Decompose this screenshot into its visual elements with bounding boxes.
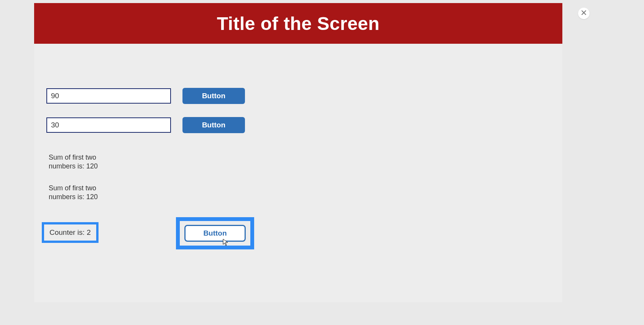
close-icon [581, 10, 586, 17]
number-input-1[interactable] [46, 88, 171, 104]
counter-button[interactable]: Button [184, 225, 246, 242]
framed-button-container: Button [176, 217, 254, 249]
sum-label-2: Sum of first two numbers is: 120 [49, 184, 106, 201]
title-bar: Title of the Screen [34, 3, 562, 44]
app-window: Title of the Screen Button Button Sum of… [34, 3, 562, 302]
counter-display: Counter is: 2 [42, 222, 99, 243]
action-button-2[interactable]: Button [182, 117, 245, 133]
number-input-2[interactable] [46, 117, 171, 133]
counter-text: Counter is: 2 [49, 228, 91, 236]
close-button[interactable] [578, 8, 590, 19]
page-title: Title of the Screen [217, 13, 380, 34]
sum-label-1: Sum of first two numbers is: 120 [49, 153, 106, 170]
action-button-1[interactable]: Button [182, 88, 245, 104]
input-row-1: Button [46, 88, 245, 104]
input-row-2: Button [46, 117, 245, 133]
